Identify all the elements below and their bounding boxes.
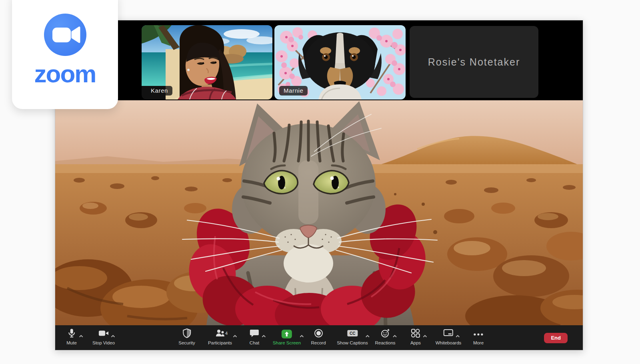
shield-icon <box>182 328 191 340</box>
record-icon <box>314 328 323 340</box>
apps-button[interactable]: Apps <box>410 329 421 345</box>
zoom-meeting-window: Karen <box>55 20 583 350</box>
name-card-tile-rosie[interactable]: Rosie's Notetaker <box>410 26 538 98</box>
microphone-icon <box>68 328 75 340</box>
camera-icon <box>98 330 109 338</box>
participants-button[interactable]: 4 Participants <box>208 329 232 345</box>
end-meeting-button[interactable]: End <box>544 333 568 343</box>
chat-icon <box>250 329 259 339</box>
chevron-up-icon[interactable] <box>262 332 266 339</box>
participant-name-label: Karen <box>146 86 172 95</box>
show-captions-button[interactable]: CC Show Captions <box>337 329 368 345</box>
chevron-up-icon[interactable] <box>111 332 115 339</box>
chat-button[interactable]: Chat <box>250 329 259 345</box>
chevron-up-icon[interactable] <box>392 332 397 339</box>
chevron-up-icon[interactable] <box>423 332 427 339</box>
svg-text:CC: CC <box>350 331 355 336</box>
chevron-up-icon[interactable] <box>79 332 83 339</box>
security-button[interactable]: Security <box>178 329 195 345</box>
chevron-up-icon[interactable] <box>300 332 304 339</box>
video-tile-karen[interactable]: Karen <box>142 25 272 99</box>
zoom-logo-card: zoom <box>12 0 118 109</box>
participant-count: 4 <box>225 331 228 336</box>
participant-name-label: Marnie <box>279 86 308 95</box>
share-screen-button[interactable]: Share Screen <box>273 329 301 345</box>
chevron-up-icon[interactable] <box>365 332 370 339</box>
reactions-icon <box>380 328 390 340</box>
zoom-wordmark: zoom <box>34 62 96 86</box>
chevron-up-icon[interactable] <box>233 332 237 339</box>
chevron-up-icon[interactable] <box>456 332 460 339</box>
record-button[interactable]: Record <box>311 329 326 345</box>
participants-icon <box>215 329 225 339</box>
participant-filmstrip: Karen <box>55 20 583 100</box>
more-icon <box>473 330 484 338</box>
meeting-toolbar: Mute Stop Video Security <box>55 325 583 350</box>
reactions-button[interactable]: Reactions <box>375 329 395 345</box>
stop-video-button[interactable]: Stop Video <box>92 329 115 345</box>
share-screen-icon <box>282 330 292 338</box>
whiteboards-button[interactable]: Whiteboards <box>436 329 462 345</box>
whiteboard-icon <box>443 329 454 339</box>
captions-icon: CC <box>347 329 358 339</box>
main-speaker-video <box>55 100 583 325</box>
participant-name-label: Rosie's Notetaker <box>428 56 520 68</box>
zoom-camera-icon <box>44 14 86 56</box>
apps-icon <box>411 328 420 340</box>
mute-button[interactable]: Mute <box>66 329 77 345</box>
video-tile-marnie[interactable]: Marnie <box>274 25 406 99</box>
more-button[interactable]: More <box>473 329 484 345</box>
